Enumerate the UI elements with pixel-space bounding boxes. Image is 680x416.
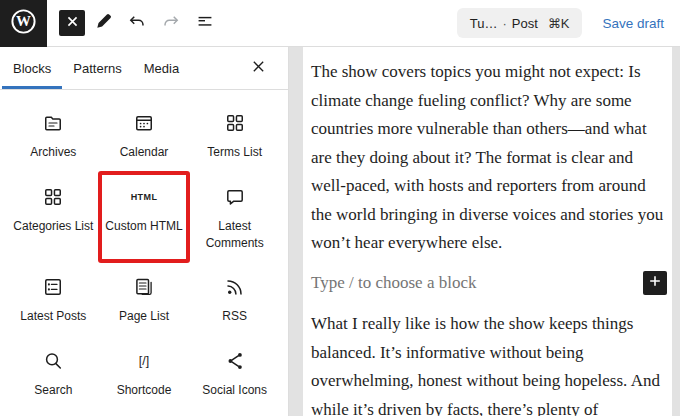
block-type-latest-comments[interactable]: Latest Comments	[189, 172, 280, 262]
editor-canvas: The show covers topics you might not exp…	[289, 47, 680, 416]
block-type-page-list[interactable]: Page List	[99, 262, 190, 336]
tab-media[interactable]: Media	[133, 47, 190, 89]
block-label: Custom HTML	[105, 218, 182, 235]
page-list-icon	[132, 275, 156, 299]
document-title: Tu…	[470, 16, 498, 31]
inserter-close-button[interactable]	[244, 54, 272, 82]
list-view-icon	[194, 11, 216, 36]
editor-main: BlocksPatternsMedia ArchivesCalendarTerm…	[0, 47, 680, 416]
title-separator: ·	[502, 16, 506, 31]
redo-icon	[160, 11, 182, 36]
tab-patterns[interactable]: Patterns	[62, 47, 132, 89]
block-label: RSS	[222, 308, 247, 325]
block-label: Latest Comments	[191, 218, 278, 253]
close-icon	[66, 15, 79, 31]
document-overview-button[interactable]	[188, 7, 221, 40]
plus-icon	[648, 274, 662, 292]
wordpress-block-editor: W	[0, 0, 680, 416]
post-type-label: Post	[512, 16, 538, 31]
undo-icon	[126, 11, 148, 36]
block-label: Page List	[119, 308, 169, 325]
block-label: Calendar	[120, 144, 169, 161]
block-type-grid: ArchivesCalendarTerms ListCategories Lis…	[0, 90, 288, 410]
keyboard-shortcut-label: ⌘K	[548, 16, 570, 31]
wordpress-logo[interactable]: W	[0, 0, 47, 47]
block-type-shortcode[interactable]: [/]Shortcode	[99, 336, 190, 410]
canvas-gutter-left	[289, 47, 303, 416]
block-placeholder-text: Type / to choose a block	[311, 269, 476, 298]
close-icon	[251, 59, 266, 77]
custom-html-icon: HTML	[131, 185, 158, 209]
empty-paragraph-block[interactable]: Type / to choose a block	[311, 269, 667, 298]
canvas-scrollbar[interactable]	[672, 47, 680, 416]
command-palette-button[interactable]: Tu… · Post ⌘K	[457, 8, 583, 38]
inserter-tabs: BlocksPatternsMedia	[0, 47, 288, 90]
paragraph-block-1[interactable]: The show covers topics you might not exp…	[311, 58, 667, 258]
svg-text:W: W	[16, 13, 31, 29]
block-inserter-panel: BlocksPatternsMedia ArchivesCalendarTerm…	[0, 47, 289, 416]
block-label: Categories List	[13, 218, 93, 235]
tab-blocks[interactable]: Blocks	[2, 47, 62, 89]
rss-icon	[223, 275, 247, 299]
save-draft-button[interactable]: Save draft	[602, 16, 664, 31]
block-type-social-icons[interactable]: Social Icons	[189, 336, 280, 410]
social-icons-icon	[223, 349, 247, 373]
redo-button[interactable]	[154, 7, 187, 40]
edit-mode-button[interactable]	[86, 7, 119, 40]
calendar-icon	[132, 111, 156, 135]
block-label: Terms List	[207, 144, 262, 161]
block-label: Social Icons	[202, 382, 267, 399]
block-inserter-toggle-button[interactable]	[59, 10, 85, 36]
editor-topbar: W	[0, 0, 680, 47]
search-icon	[41, 349, 65, 373]
block-label: Search	[34, 382, 72, 399]
block-type-calendar[interactable]: Calendar	[99, 98, 190, 172]
block-type-search[interactable]: Search	[8, 336, 99, 410]
categories-list-icon	[41, 185, 65, 209]
topbar-right-group: Tu… · Post ⌘K Save draft	[457, 8, 680, 38]
shortcode-icon: [/]	[139, 349, 149, 373]
terms-list-icon	[223, 111, 247, 135]
undo-button[interactable]	[120, 7, 153, 40]
add-block-button[interactable]	[643, 271, 667, 295]
latest-posts-icon	[41, 275, 65, 299]
block-type-terms-list[interactable]: Terms List	[189, 98, 280, 172]
pencil-icon	[92, 11, 114, 36]
post-content[interactable]: The show covers topics you might not exp…	[303, 47, 672, 416]
block-type-custom-html[interactable]: HTMLCustom HTML	[99, 172, 190, 262]
latest-comments-icon	[223, 185, 247, 209]
block-type-rss[interactable]: RSS	[189, 262, 280, 336]
block-label: Latest Posts	[20, 308, 86, 325]
block-label: Archives	[30, 144, 76, 161]
paragraph-block-2[interactable]: What I really like is how the show keeps…	[311, 310, 667, 416]
archives-icon	[41, 111, 65, 135]
block-label: Shortcode	[117, 382, 172, 399]
block-type-archives[interactable]: Archives	[8, 98, 99, 172]
wordpress-icon: W	[8, 6, 39, 40]
block-type-categories-list[interactable]: Categories List	[8, 172, 99, 262]
block-type-latest-posts[interactable]: Latest Posts	[8, 262, 99, 336]
